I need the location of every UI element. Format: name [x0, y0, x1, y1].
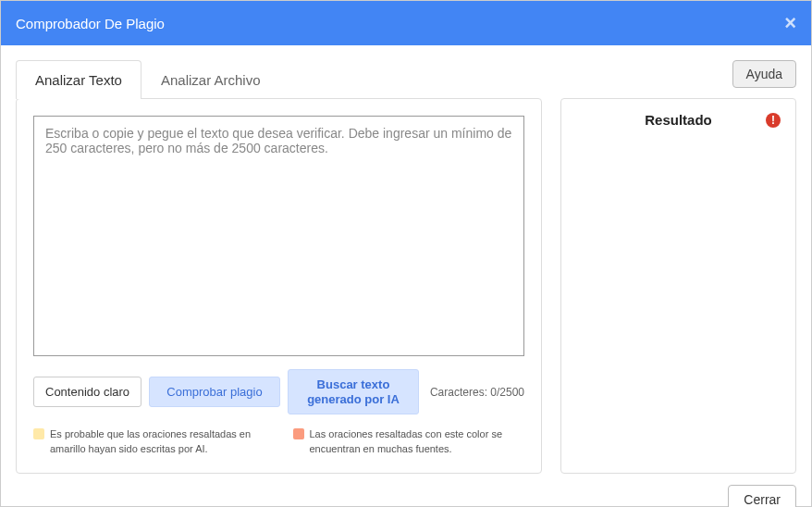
tabs: Analizar Texto Analizar Archivo — [16, 60, 280, 99]
legend-orange-text: Las oraciones resaltadas con este color … — [310, 427, 525, 456]
legend-orange: Las oraciones resaltadas con este color … — [293, 427, 525, 456]
button-row: Contenido claro Comprobar plagio Buscar … — [33, 369, 524, 414]
plagiarism-modal: Comprobador De Plagio × Analizar Texto A… — [0, 0, 812, 507]
help-button[interactable]: Ayuda — [732, 60, 796, 88]
footer-row: Cerrar — [16, 485, 796, 507]
tab-analyze-text[interactable]: Analizar Texto — [16, 60, 141, 99]
swatch-yellow-icon — [33, 428, 44, 439]
clear-button[interactable]: Contenido claro — [33, 377, 141, 407]
result-header: Resultado ! — [576, 112, 781, 128]
top-row: Analizar Texto Analizar Archivo Ayuda — [16, 60, 796, 99]
result-panel: Resultado ! — [560, 98, 796, 474]
legend-yellow-text: Es probable que las oraciones resaltadas… — [50, 427, 265, 456]
left-panel: Contenido claro Comprobar plagio Buscar … — [16, 98, 542, 474]
alert-icon: ! — [766, 113, 781, 128]
modal-title: Comprobador De Plagio — [16, 16, 165, 31]
tab-analyze-file[interactable]: Analizar Archivo — [141, 60, 280, 99]
legend-row: Es probable que las oraciones resaltadas… — [33, 427, 524, 456]
modal-header: Comprobador De Plagio × — [1, 1, 811, 45]
check-ai-button[interactable]: Buscar texto generado por IA — [288, 369, 419, 414]
swatch-orange-icon — [293, 428, 304, 439]
close-icon[interactable]: × — [784, 13, 796, 33]
char-counter: Caracteres: 0/2500 — [430, 386, 524, 399]
content-row: Contenido claro Comprobar plagio Buscar … — [16, 98, 796, 474]
close-button[interactable]: Cerrar — [728, 485, 796, 507]
result-title: Resultado — [645, 112, 712, 128]
modal-body: Analizar Texto Analizar Archivo Ayuda Co… — [1, 45, 811, 507]
check-plagiarism-button[interactable]: Comprobar plagio — [149, 377, 280, 407]
legend-yellow: Es probable que las oraciones resaltadas… — [33, 427, 265, 456]
text-input[interactable] — [33, 116, 524, 356]
